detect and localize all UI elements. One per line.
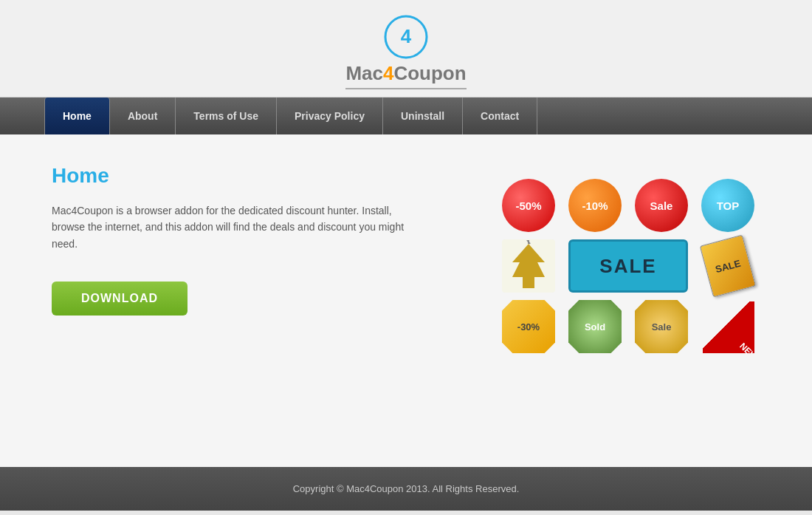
badge-tree	[502, 239, 555, 293]
badge-sale-diagonal: SALE	[701, 239, 754, 293]
site-header: 4 Mac4Coupon	[0, 0, 812, 98]
nav-contact[interactable]: Contact	[463, 98, 537, 134]
download-button[interactable]: DOWNLOAD	[52, 282, 187, 316]
badge-sale-blue: SALE	[568, 239, 688, 293]
badge-sale-red: Sale	[635, 179, 688, 232]
svg-marker-2	[512, 244, 545, 288]
nav-home[interactable]: Home	[44, 98, 110, 134]
nav-about[interactable]: About	[110, 98, 176, 134]
logo[interactable]: 4 Mac4Coupon	[345, 15, 466, 89]
site-footer: Copyright © Mac4Coupon 2013. All Rights …	[0, 467, 812, 511]
nav-uninstall[interactable]: Uninstall	[383, 98, 463, 134]
logo-icon: 4	[384, 15, 428, 59]
page-title: Home	[52, 164, 421, 188]
badges-illustration: -50% -10% Sale TOP SALE SALE -30% Sold S…	[502, 164, 760, 353]
badge-10: -10%	[568, 179, 622, 232]
page-description: Mac4Coupon is a browser addon for the de…	[52, 202, 421, 252]
main-nav: Home About Terms of Use Privacy Policy U…	[0, 98, 812, 134]
badge-30: -30%	[502, 300, 555, 353]
logo-text: Mac4Coupon	[345, 62, 466, 89]
badge-new: NEW	[701, 300, 754, 353]
badge-sale-gold: Sale	[635, 300, 688, 353]
main-content: Home Mac4Coupon is a browser addon for t…	[0, 134, 812, 467]
nav-privacy[interactable]: Privacy Policy	[277, 98, 383, 134]
svg-text:4: 4	[401, 25, 412, 47]
nav-terms[interactable]: Terms of Use	[176, 98, 277, 134]
badge-50: -50%	[502, 179, 555, 232]
badge-sold: Sold	[568, 300, 622, 353]
copyright-text: Copyright © Mac4Coupon 2013. All Rights …	[293, 483, 520, 494]
badge-top: TOP	[701, 179, 754, 232]
content-left: Home Mac4Coupon is a browser addon for t…	[52, 164, 421, 316]
